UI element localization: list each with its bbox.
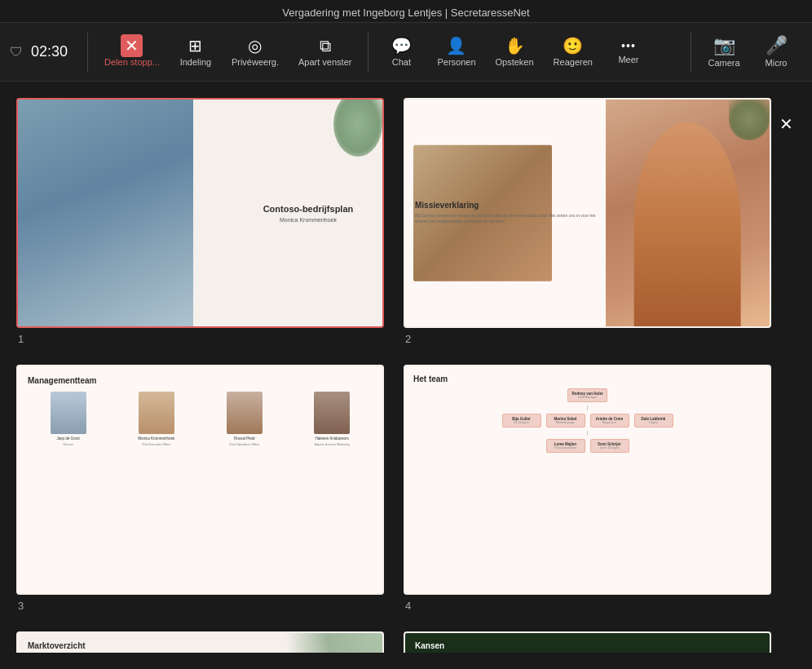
slide-5-title: Marktoverzicht <box>28 641 373 650</box>
slide-6-title: Kansen <box>415 641 760 650</box>
org-chart: Rodney van Hulst Head Manager Bija Gulle… <box>413 388 761 453</box>
team-member-1: Jaxp de Groot Director <box>51 392 86 446</box>
toolbar-label-meer: Meer <box>618 55 638 64</box>
toolbar: 🛡 02:30 ✕ Delen stopp... ⊞ Indeling ◎ Pr… <box>0 23 812 82</box>
toolbar-item-delen-stopp[interactable]: ✕ Delen stopp... <box>95 33 170 72</box>
org-line-v <box>587 405 588 410</box>
member-title-2: Chief Executive Officer <box>142 443 171 446</box>
delen-stopp-icon: ✕ <box>121 38 143 54</box>
member-photo-1 <box>51 392 86 434</box>
member-name-1: Jaxp de Groot <box>57 436 80 441</box>
toolbar-item-personen[interactable]: 👤 Personen <box>427 33 485 72</box>
opsteken-icon: ✋ <box>505 38 525 54</box>
toolbar-item-chat[interactable]: 💬 Chat <box>375 33 427 72</box>
member-name-4: Hakeem Anidaowors <box>316 436 349 441</box>
slide-thumb-2[interactable]: Missieverklaring Bij Contoso streven we … <box>404 98 771 328</box>
slide-thumb-4[interactable]: Het team Rodney van Hulst Head Manager B… <box>404 365 771 595</box>
reageren-icon: 🙂 <box>563 38 583 54</box>
slide-number-3: 3 <box>16 600 384 612</box>
plant-decoration-2 <box>729 100 770 140</box>
org-box-5: Lome Majlen Persoonassistent <box>546 439 585 453</box>
org-box-3: Ariette de Crem Rapporteur <box>590 414 629 428</box>
toolbar-label-camera: Camera <box>708 58 739 68</box>
toolbar-left: 🛡 02:30 <box>10 43 68 60</box>
slide-thumb-1[interactable]: Contoso-bedrijfsplan Monica Krommenhoek <box>16 98 384 328</box>
team-member-2: Monica Krommenhoek Chief Executive Offic… <box>138 392 174 446</box>
slides-container[interactable]: Contoso-bedrijfsplan Monica Krommenhoek … <box>0 82 812 653</box>
slide-thumb-3[interactable]: Managementteam Jaxp de Groot Director Mo… <box>16 365 384 595</box>
shield-icon: 🛡 <box>10 45 23 60</box>
slide-item-2[interactable]: Missieverklaring Bij Contoso streven we … <box>404 98 771 345</box>
org-box-4: Dale Labbrink Fraplor <box>634 414 673 428</box>
slide-number-1: 1 <box>16 333 384 345</box>
team-row: Jaxp de Groot Director Monica Krommenhoe… <box>28 392 373 446</box>
slide-4-title: Het team <box>413 374 761 383</box>
slide-item-6[interactable]: Kansen Ga in de markt Ons plan om te foc… <box>404 631 771 653</box>
member-photo-4 <box>314 392 350 434</box>
toolbar-label-apart-venster: Apart venster <box>298 57 351 67</box>
meer-icon: ••• <box>621 40 636 51</box>
toolbar-item-priveweerg[interactable]: ◎ Privéweerg. <box>222 33 289 72</box>
slide-thumb-5[interactable]: Marktoverzicht ✗ Wanneer de afrond... co… <box>16 631 384 653</box>
team-member-3: Rosvat Pietd Chief Operations Officer <box>227 392 263 446</box>
org-box-top: Rodney van Hulst Head Manager <box>567 388 607 402</box>
close-panel-button[interactable]: ✕ <box>774 113 797 135</box>
member-photo-2 <box>139 392 174 434</box>
toolbar-item-reageren[interactable]: 🙂 Reageren <box>544 33 602 72</box>
member-photo-3 <box>227 392 263 434</box>
slide-2-title: Missieverklaring <box>415 201 599 210</box>
chat-icon: 💬 <box>391 38 412 54</box>
org-row-mid: Bija Gullet UX-designer Marina Sebel Mar… <box>502 414 673 428</box>
toolbar-divider <box>87 33 88 72</box>
plant-decoration-1 <box>333 100 382 157</box>
toolbar-item-camera[interactable]: 📷 Camera <box>698 32 750 73</box>
toolbar-item-apart-venster[interactable]: ⧉ Apart venster <box>289 33 361 72</box>
toolbar-divider-mid <box>368 33 368 72</box>
toolbar-label-micro: Micro <box>766 58 788 68</box>
slide-1-title: Contoso-bedrijfsplan <box>263 203 354 215</box>
toolbar-label-personen: Personen <box>437 57 475 67</box>
camera-icon: 📷 <box>713 37 735 55</box>
slide-1-subtitle: Monica Krommenhoek <box>263 217 354 223</box>
personen-icon: 👤 <box>446 38 466 54</box>
toolbar-items: ✕ Delen stopp... ⊞ Indeling ◎ Privéweerg… <box>95 33 691 72</box>
slide-thumb-6[interactable]: Kansen Ga in de markt Ons plan om te foc… <box>404 631 771 653</box>
org-line-v2 <box>587 431 588 436</box>
title-text: Vergadering met Ingeborg Lentjes | Secre… <box>282 7 529 19</box>
member-title-3: Chief Operations Officer <box>229 443 259 446</box>
slide-item-1[interactable]: Contoso-bedrijfsplan Monica Krommenhoek … <box>16 98 384 345</box>
timer: 02:30 <box>31 43 68 60</box>
title-bar: Vergadering met Ingeborg Lentjes | Secre… <box>0 0 812 23</box>
toolbar-item-opsteken[interactable]: ✋ Opsteken <box>486 33 544 72</box>
toolbar-label-priveweerg: Privéweerg. <box>232 57 279 67</box>
member-name-3: Rosvat Pietd <box>234 436 255 441</box>
toolbar-label-indeling: Indeling <box>180 57 212 67</box>
slide-item-5[interactable]: Marktoverzicht ✗ Wanneer de afrond... co… <box>16 631 384 653</box>
toolbar-label-opsteken: Opsteken <box>496 57 534 67</box>
person-silhouette <box>634 122 741 326</box>
slide-item-4[interactable]: Het team Rodney van Hulst Head Manager B… <box>404 365 771 612</box>
org-box-2: Marina Sebel Marketingvage <box>546 414 585 428</box>
org-row-bot: Lome Majlen Persoonassistent Sven Schrij… <box>546 439 629 453</box>
toolbar-label-chat: Chat <box>392 57 411 67</box>
slide-number-4: 4 <box>404 600 771 612</box>
slide-3-title: Managementteam <box>28 376 373 385</box>
member-name-2: Monica Krommenhoek <box>138 436 174 441</box>
toolbar-item-indeling[interactable]: ⊞ Indeling <box>170 33 222 72</box>
slide-item-3[interactable]: Managementteam Jaxp de Groot Director Mo… <box>16 365 384 612</box>
member-title-4: Adjunct-directeur Marketing <box>315 443 350 446</box>
priveweerg-icon: ◎ <box>248 38 262 54</box>
team-member-4: Hakeem Anidaowors Adjunct-directeur Mark… <box>314 392 350 446</box>
org-role-top: Head Manager <box>571 396 602 399</box>
org-box-1: Bija Gullet UX-designer <box>502 414 541 428</box>
org-row-top: Rodney van Hulst Head Manager <box>567 388 607 402</box>
slide-2-photo <box>606 100 770 326</box>
org-box-6: Sven Schrijer Junior Designer <box>590 439 629 453</box>
indeling-icon: ⊞ <box>188 38 202 54</box>
toolbar-item-micro[interactable]: 🎤 Micro <box>750 32 802 73</box>
toolbar-item-meer[interactable]: ••• Meer <box>602 35 655 69</box>
toolbar-label-delen-stopp: Delen stopp... <box>104 57 160 67</box>
apart-venster-icon: ⧉ <box>320 38 331 54</box>
toolbar-right: 📷 Camera 🎤 Micro <box>691 32 802 73</box>
slide-number-2: 2 <box>404 333 771 345</box>
